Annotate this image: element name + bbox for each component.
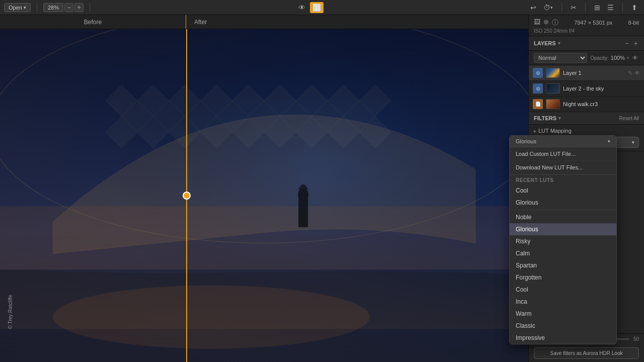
eye-icon: 👁 bbox=[298, 4, 305, 12]
lut-impressive[interactable]: Impressive bbox=[510, 332, 616, 344]
download-label: Download New LUT Files... bbox=[516, 164, 583, 170]
export-button[interactable]: ⬆ bbox=[629, 2, 640, 13]
lut-glorious-selected[interactable]: Glorious bbox=[510, 223, 616, 235]
zoom-display[interactable]: 28% bbox=[43, 3, 63, 12]
after-label: After bbox=[186, 15, 528, 29]
masking-value: 50 bbox=[633, 336, 639, 342]
action-group: ↩ ⏱ ▾ bbox=[528, 2, 555, 13]
photo-canvas[interactable]: © Trey Ratcliffe bbox=[0, 29, 528, 362]
load-custom-label: Load Custom LUT File... bbox=[516, 151, 576, 157]
layer-visibility-button[interactable]: 👁 bbox=[631, 55, 639, 61]
divider-1 bbox=[37, 3, 37, 12]
blend-mode-select[interactable]: Normal bbox=[534, 53, 587, 63]
collapse-layers-button[interactable]: − bbox=[624, 39, 630, 47]
compare-mode-button[interactable]: ⬜ bbox=[310, 2, 324, 13]
save-hdr-button[interactable]: Save filters as Aurora HDR Look bbox=[534, 347, 639, 359]
history-chevron: ▾ bbox=[550, 5, 553, 10]
before-after-bar: Before After bbox=[0, 15, 528, 29]
lut-mapping-header[interactable]: ▸ LUT Mapping bbox=[534, 128, 639, 134]
lut-dropdown-chevron: ▾ bbox=[632, 140, 634, 145]
lut-collapse-icon: ▸ bbox=[534, 128, 536, 134]
grid-icon: ⊞ bbox=[594, 4, 600, 12]
opacity-value: 100% bbox=[611, 55, 625, 61]
split-handle[interactable] bbox=[183, 192, 191, 200]
layers-title: LAYERS ▾ bbox=[534, 40, 560, 46]
layer-file-name: Night walk.cr3 bbox=[563, 101, 640, 107]
crop-button[interactable]: ✂ bbox=[568, 2, 579, 13]
meta-text: ISO 250 24mm f/4 bbox=[534, 28, 575, 34]
svg-point-7 bbox=[53, 286, 370, 349]
open-label: Open bbox=[9, 5, 22, 11]
crop-icon: ✂ bbox=[571, 4, 577, 12]
download-lut-item[interactable]: Download New LUT Files... bbox=[510, 161, 616, 174]
recent-lut-cool[interactable]: Cool bbox=[510, 185, 616, 197]
panel-toggle-group: ⊞ ☰ bbox=[592, 2, 616, 13]
zoom-control: 28% − + bbox=[43, 3, 84, 12]
divider-2 bbox=[90, 3, 90, 12]
grid-view-button[interactable]: ⊞ bbox=[592, 2, 603, 13]
layer-1-visibility-icon[interactable]: 👁 bbox=[634, 70, 640, 76]
export-icon: ⬆ bbox=[631, 4, 637, 12]
lut-classic[interactable]: Classic bbox=[510, 320, 616, 332]
panel-info-icons: 🖼 ⊕ ⓘ bbox=[534, 18, 558, 27]
layer-item[interactable]: ⚙ Layer 1 ✎ 👁 bbox=[529, 65, 644, 81]
layer-file-thumbnail bbox=[546, 99, 560, 109]
layers-icon-top[interactable]: ⊕ bbox=[543, 18, 549, 27]
bit-depth: 8-bit bbox=[628, 20, 639, 26]
zoom-increase-button[interactable]: + bbox=[74, 3, 84, 12]
lut-mapping-title: LUT Mapping bbox=[538, 128, 572, 134]
panel-info-row-1: 🖼 ⊕ ⓘ 7947 × 5301 px 8-bit bbox=[534, 18, 639, 27]
load-custom-lut-item[interactable]: Load Custom LUT File... bbox=[510, 147, 616, 161]
panel-info: 🖼 ⊕ ⓘ 7947 × 5301 px 8-bit ISO 250 24mm … bbox=[529, 15, 644, 36]
filters-title: FILTERS ▾ bbox=[534, 115, 561, 121]
lut-warm[interactable]: Warm bbox=[510, 308, 616, 320]
lut-calm[interactable]: Calm bbox=[510, 247, 616, 259]
add-layer-button[interactable]: + bbox=[633, 39, 639, 47]
undo-button[interactable]: ↩ bbox=[528, 2, 539, 13]
layer-item[interactable]: ⚙ Layer 2 - the sky bbox=[529, 81, 644, 97]
info-icon-btn[interactable]: ⓘ bbox=[552, 18, 558, 27]
layers-label: LAYERS bbox=[534, 40, 556, 46]
layers-actions: − + bbox=[624, 39, 639, 47]
layer-2-adjust-icon: ⚙ bbox=[533, 83, 543, 94]
lut-risky[interactable]: Risky bbox=[510, 235, 616, 247]
layer-item[interactable]: 📄 Night walk.cr3 bbox=[529, 97, 644, 112]
layer-1-edit-icon[interactable]: ✎ bbox=[628, 70, 632, 76]
layer-1-name: Layer 1 bbox=[563, 70, 625, 76]
panel-info-row-2: ISO 250 24mm f/4 bbox=[534, 28, 639, 34]
recent-luts-label: RECENT LUTS bbox=[510, 174, 616, 185]
eye-icon-button[interactable]: 👁 bbox=[296, 2, 308, 13]
filters-chevron: ▾ bbox=[558, 116, 561, 121]
settings-button[interactable]: ☰ bbox=[605, 2, 616, 13]
watermark: © Trey Ratcliffe bbox=[8, 295, 13, 329]
before-label: Before bbox=[0, 15, 186, 29]
open-chevron: ▾ bbox=[24, 5, 26, 10]
filters-label: FILTERS bbox=[534, 115, 556, 121]
view-toggle-group: 👁 ⬜ bbox=[296, 2, 324, 13]
open-button[interactable]: Open ▾ bbox=[4, 3, 31, 12]
history-icon: ⏱ bbox=[543, 4, 550, 12]
canvas-area: Before After bbox=[0, 15, 528, 362]
recent-glorious-label: Glorious bbox=[516, 199, 538, 206]
settings-icon: ☰ bbox=[607, 4, 614, 12]
lut-dropdown-menu: Glorious ▾ Load Custom LUT File... Downl… bbox=[509, 135, 617, 344]
image-icon[interactable]: 🖼 bbox=[534, 18, 540, 27]
before-after-split-line[interactable] bbox=[186, 29, 187, 362]
top-toolbar: Open ▾ 28% − + 👁 ⬜ ↩ ⏱ ▾ ✂ ⊞ ☰ bbox=[0, 0, 644, 15]
layers-section-header[interactable]: LAYERS ▾ − + bbox=[529, 36, 644, 51]
zoom-decrease-button[interactable]: − bbox=[64, 3, 73, 12]
layer-2-name: Layer 2 - the sky bbox=[563, 85, 640, 92]
building-svg bbox=[0, 29, 528, 362]
dropdown-chevron: ▾ bbox=[608, 139, 610, 144]
recent-lut-glorious[interactable]: Glorious bbox=[510, 197, 616, 209]
lut-spartan[interactable]: Spartan bbox=[510, 259, 616, 272]
filters-section-header[interactable]: FILTERS ▾ Reset All bbox=[529, 112, 644, 125]
lut-forgotten[interactable]: Forgotten bbox=[510, 272, 616, 284]
divider-3 bbox=[561, 3, 562, 12]
lut-noble[interactable]: Noble bbox=[510, 211, 616, 223]
opacity-label: Opacity: bbox=[590, 55, 609, 61]
history-button[interactable]: ⏱ ▾ bbox=[541, 2, 555, 13]
reset-all-button[interactable]: Reset All bbox=[619, 116, 639, 121]
lut-inca[interactable]: Inca bbox=[510, 296, 616, 308]
lut-cool[interactable]: Cool bbox=[510, 284, 616, 296]
